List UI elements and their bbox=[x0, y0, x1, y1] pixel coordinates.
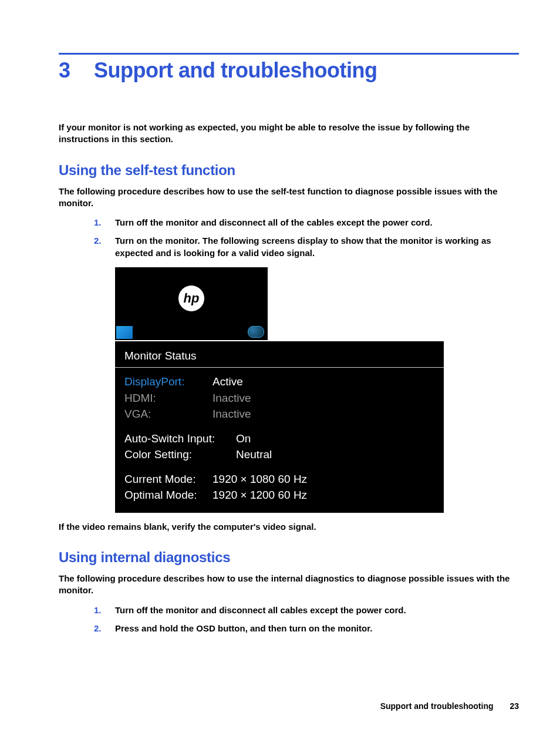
osd-row-autoswitch: Auto-Switch Input: On bbox=[124, 431, 434, 447]
vga-label: VGA: bbox=[124, 406, 212, 422]
current-mode-value: 1920 × 1080 60 Hz bbox=[212, 471, 307, 488]
osd-row-vga: VGA: Inactive bbox=[124, 406, 434, 422]
optimal-mode-label: Optimal Mode: bbox=[124, 487, 212, 503]
osd-logo-panel: hp bbox=[115, 267, 268, 340]
selftest-description: The following procedure describes how to… bbox=[59, 186, 519, 210]
osd-row-current-mode: Current Mode: 1920 × 1080 60 Hz bbox=[124, 471, 434, 488]
osd-divider bbox=[115, 367, 444, 368]
diagnostics-step-1: Turn off the monitor and disconnect all … bbox=[94, 604, 519, 616]
chapter-number: 3 bbox=[59, 58, 94, 83]
chapter-rule bbox=[59, 53, 519, 55]
section-heading-selftest: Using the self-test function bbox=[59, 162, 519, 179]
displayport-label: DisplayPort: bbox=[124, 374, 212, 390]
footer-page-number: 23 bbox=[510, 701, 519, 711]
osd-title: Monitor Status bbox=[124, 347, 434, 367]
hp-logo-text: hp bbox=[184, 292, 200, 305]
section-heading-diagnostics: Using internal diagnostics bbox=[59, 549, 519, 566]
optimal-mode-value: 1920 × 1200 60 Hz bbox=[212, 487, 307, 503]
diagnostics-step-2: Press and hold the OSD button, and then … bbox=[94, 622, 519, 634]
chapter-title: Support and troubleshooting bbox=[94, 58, 377, 83]
osd-row-hdmi: HDMI: Inactive bbox=[124, 390, 434, 406]
page: 3 Support and troubleshooting If your mo… bbox=[0, 0, 560, 746]
color-label: Color Setting: bbox=[124, 446, 236, 463]
vga-value: Inactive bbox=[212, 406, 251, 422]
selftest-step-1: Turn off the monitor and disconnect all … bbox=[94, 216, 519, 228]
cert-badge-left-icon bbox=[116, 326, 133, 339]
diagnostics-description: The following procedure describes how to… bbox=[59, 573, 519, 597]
diagnostics-steps: Turn off the monitor and disconnect all … bbox=[94, 604, 519, 634]
osd-status-panel: Monitor Status DisplayPort: Active HDMI:… bbox=[115, 341, 444, 513]
footer-section: Support and troubleshooting bbox=[380, 701, 494, 711]
selftest-step-2: Turn on the monitor. The following scree… bbox=[94, 234, 519, 259]
intro-paragraph: If your monitor is not working as expect… bbox=[59, 122, 519, 146]
autoswitch-label: Auto-Switch Input: bbox=[124, 431, 236, 447]
cert-badge-right-icon bbox=[248, 326, 264, 338]
page-footer: Support and troubleshooting 23 bbox=[380, 701, 519, 711]
displayport-value: Active bbox=[212, 374, 243, 390]
current-mode-label: Current Mode: bbox=[124, 471, 212, 488]
autoswitch-value: On bbox=[236, 431, 251, 447]
selftest-after: If the video remains blank, verify the c… bbox=[59, 521, 519, 533]
osd-illustration: hp Monitor Status DisplayPort: Active HD… bbox=[115, 267, 519, 513]
selftest-steps: Turn off the monitor and disconnect all … bbox=[94, 216, 519, 259]
hdmi-label: HDMI: bbox=[124, 390, 212, 406]
osd-row-displayport: DisplayPort: Active bbox=[124, 374, 434, 390]
color-value: Neutral bbox=[236, 446, 272, 463]
chapter-header: 3 Support and troubleshooting bbox=[59, 58, 519, 83]
hp-logo-icon: hp bbox=[178, 285, 204, 311]
hdmi-value: Inactive bbox=[212, 390, 251, 406]
osd-row-optimal-mode: Optimal Mode: 1920 × 1200 60 Hz bbox=[124, 487, 434, 503]
osd-row-color: Color Setting: Neutral bbox=[124, 446, 434, 463]
